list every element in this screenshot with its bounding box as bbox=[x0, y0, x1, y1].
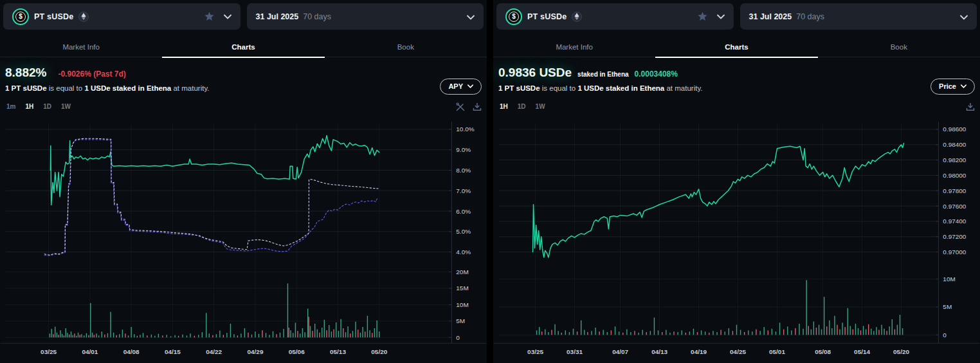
svg-text:03/25: 03/25 bbox=[41, 348, 57, 355]
svg-text:05/08: 05/08 bbox=[815, 348, 831, 355]
svg-text:4.0%: 4.0% bbox=[456, 248, 471, 256]
tab-bar: Market Info Charts Book bbox=[0, 30, 487, 57]
metric-dropdown-price[interactable]: Price bbox=[930, 79, 975, 95]
range-1w[interactable]: 1W bbox=[536, 103, 545, 110]
svg-text:0.97400: 0.97400 bbox=[943, 218, 966, 225]
svg-text:0.98200: 0.98200 bbox=[943, 156, 966, 163]
download-icon[interactable] bbox=[966, 102, 975, 111]
svg-text:0: 0 bbox=[456, 334, 460, 341]
chevron-down-icon[interactable] bbox=[717, 14, 725, 19]
svg-text:04/07: 04/07 bbox=[612, 348, 628, 355]
svg-text:03/31: 03/31 bbox=[567, 348, 583, 355]
range-1d[interactable]: 1D bbox=[518, 103, 526, 110]
svg-text:04/19: 04/19 bbox=[691, 348, 707, 355]
svg-text:04/08: 04/08 bbox=[123, 348, 140, 355]
svg-text:5.0%: 5.0% bbox=[456, 228, 471, 235]
maturity-description: 1 PT sUSDe is equal to 1 USDe staked in … bbox=[498, 84, 975, 92]
tab-book[interactable]: Book bbox=[818, 30, 980, 58]
tab-charts[interactable]: Charts bbox=[655, 30, 817, 58]
chevron-down-icon bbox=[960, 15, 968, 20]
token-selector[interactable]: $ PT sUSDe bbox=[496, 3, 734, 30]
range-1h[interactable]: 1H bbox=[25, 103, 33, 110]
svg-text:0.97000: 0.97000 bbox=[943, 248, 966, 256]
svg-text:04/29: 04/29 bbox=[247, 348, 263, 355]
tab-bar: Market Info Charts Book bbox=[493, 30, 980, 57]
token-name: PT sUSDe bbox=[34, 12, 73, 21]
maturity-description: 1 PT sUSDe is equal to 1 USDe staked in … bbox=[5, 84, 482, 92]
svg-text:04/25: 04/25 bbox=[730, 348, 746, 355]
value-badge: staked in Ethena bbox=[577, 71, 628, 78]
market-panel-left: $ PT sUSDe 31 Jul 2025 70 days bbox=[0, 0, 487, 363]
svg-text:20M: 20M bbox=[456, 268, 468, 275]
range-1m[interactable]: 1m bbox=[6, 103, 15, 110]
svg-text:04/15: 04/15 bbox=[165, 348, 181, 355]
chart-toolbar: 1H 1D 1W bbox=[493, 98, 980, 115]
chevron-down-icon bbox=[961, 84, 966, 88]
favorite-star-icon[interactable] bbox=[697, 11, 708, 22]
tab-market-info[interactable]: Market Info bbox=[493, 30, 655, 58]
svg-text:05/14: 05/14 bbox=[854, 348, 870, 355]
maturity-date: 31 Jul 2025 bbox=[256, 12, 299, 21]
token-icon: $ bbox=[505, 8, 522, 25]
dual-market-view: $ PT sUSDe 31 Jul 2025 70 days bbox=[0, 0, 980, 363]
svg-text:10M: 10M bbox=[943, 275, 955, 283]
apy-chart[interactable]: 10.0%9.0%8.0%7.0%6.0%5.0%4.0%20M15M10M5M… bbox=[0, 115, 487, 363]
svg-text:04/22: 04/22 bbox=[206, 348, 222, 355]
tab-book[interactable]: Book bbox=[325, 30, 487, 58]
maturity-selector[interactable]: 31 Jul 2025 70 days bbox=[247, 3, 484, 30]
metric-dropdown-apy[interactable]: APY bbox=[440, 79, 482, 95]
range-buttons: 1m 1H 1D 1W bbox=[6, 103, 71, 110]
price-value: 0.9836 USDe bbox=[498, 66, 572, 80]
dollar-icon: $ bbox=[509, 12, 519, 22]
maturity-date: 31 Jul 2025 bbox=[749, 12, 792, 21]
svg-text:0.97800: 0.97800 bbox=[943, 187, 966, 194]
svg-text:0.98400: 0.98400 bbox=[943, 141, 966, 148]
favorite-star-icon[interactable] bbox=[204, 11, 215, 22]
ethereum-icon bbox=[78, 12, 89, 22]
svg-text:03/25: 03/25 bbox=[527, 348, 543, 355]
range-buttons: 1H 1D 1W bbox=[500, 103, 545, 110]
chevron-down-icon[interactable] bbox=[224, 14, 231, 19]
chevron-down-icon bbox=[467, 15, 475, 20]
price-change: 0.0003408% bbox=[635, 70, 678, 79]
svg-text:9.0%: 9.0% bbox=[456, 146, 471, 153]
tab-charts[interactable]: Charts bbox=[162, 30, 324, 58]
svg-text:15M: 15M bbox=[456, 284, 468, 292]
stats-block: 0.9836 USDe staked in Ethena 0.0003408% … bbox=[493, 57, 980, 98]
svg-text:0.97600: 0.97600 bbox=[943, 202, 966, 209]
panel-header: $ PT sUSDe 31 Jul 2025 70 days bbox=[496, 3, 977, 30]
stats-block: 8.882% -0.9026% (Past 7d) 1 PT sUSDe is … bbox=[0, 57, 487, 98]
svg-text:0: 0 bbox=[943, 331, 947, 339]
svg-text:05/13: 05/13 bbox=[330, 348, 346, 355]
token-selector[interactable]: $ PT sUSDe bbox=[3, 3, 240, 30]
chevron-down-icon bbox=[467, 84, 473, 88]
svg-text:0.98600: 0.98600 bbox=[943, 126, 966, 133]
maturity-days: 70 days bbox=[303, 12, 331, 21]
price-chart[interactable]: 0.986000.984000.982000.980000.978000.976… bbox=[493, 115, 980, 363]
svg-text:05/20: 05/20 bbox=[371, 348, 387, 355]
svg-text:10.0%: 10.0% bbox=[456, 126, 474, 133]
maturity-selector[interactable]: 31 Jul 2025 70 days bbox=[740, 3, 977, 30]
svg-text:05/20: 05/20 bbox=[893, 348, 909, 355]
token-name: PT sUSDe bbox=[527, 12, 567, 21]
apy-value: 8.882% bbox=[5, 66, 46, 80]
download-icon[interactable] bbox=[473, 102, 482, 111]
svg-text:05/06: 05/06 bbox=[289, 348, 305, 355]
range-1h[interactable]: 1H bbox=[500, 103, 508, 110]
svg-text:5M: 5M bbox=[943, 303, 952, 310]
tab-market-info[interactable]: Market Info bbox=[0, 30, 162, 58]
range-1d[interactable]: 1D bbox=[43, 103, 51, 110]
dollar-icon: $ bbox=[15, 12, 26, 22]
svg-text:0.98000: 0.98000 bbox=[943, 172, 966, 179]
chart-toolbar: 1m 1H 1D 1W bbox=[0, 98, 487, 115]
token-icon: $ bbox=[12, 8, 29, 25]
svg-text:5M: 5M bbox=[456, 317, 465, 324]
maturity-days: 70 days bbox=[796, 12, 824, 21]
svg-text:10M: 10M bbox=[456, 301, 468, 308]
svg-text:7.0%: 7.0% bbox=[456, 187, 471, 194]
panel-header: $ PT sUSDe 31 Jul 2025 70 days bbox=[3, 3, 484, 30]
range-1w[interactable]: 1W bbox=[61, 103, 71, 110]
svg-text:8.0%: 8.0% bbox=[456, 167, 471, 174]
chart-tools-icon[interactable] bbox=[456, 102, 465, 111]
svg-text:04/13: 04/13 bbox=[651, 348, 667, 355]
